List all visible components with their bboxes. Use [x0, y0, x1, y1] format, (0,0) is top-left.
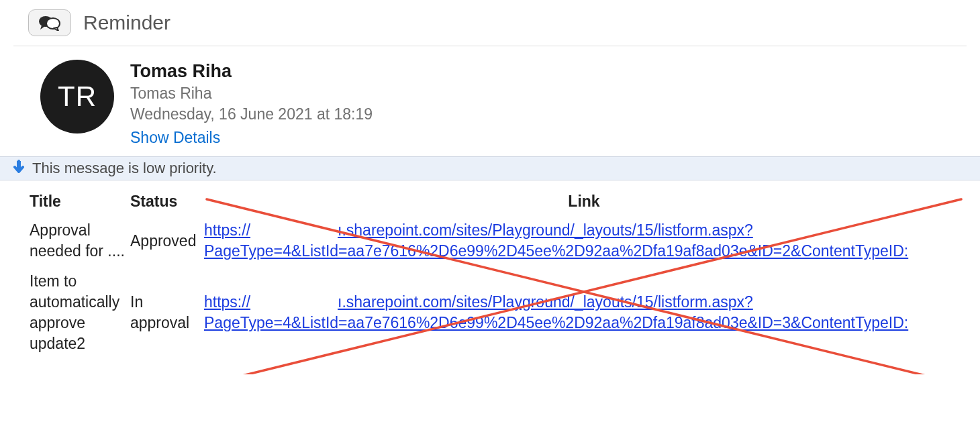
subject-title: Reminder [83, 11, 170, 34]
sender-name: Tomas Riha [130, 61, 373, 82]
cell-link: https://ı.sharepoint.com/sites/Playgroun… [201, 217, 967, 268]
low-priority-icon [13, 160, 24, 177]
cell-status: Approved [128, 217, 201, 268]
priority-bar: This message is low priority. [0, 156, 980, 180]
cell-link: https://ı.sharepoint.com/sites/Playgroun… [201, 268, 967, 361]
avatar: TR [40, 60, 114, 133]
sharepoint-link[interactable]: https://ı.sharepoint.com/sites/Playgroun… [204, 221, 908, 260]
col-header-status: Status [128, 189, 201, 217]
conversation-icon [28, 9, 71, 36]
sharepoint-link[interactable]: https://ı.sharepoint.com/sites/Playgroun… [204, 293, 908, 331]
sender-date: Wednesday, 16 June 2021 at 18:19 [130, 105, 373, 123]
subject-row: Reminder [13, 7, 967, 46]
cell-title: Approval needed for .... [27, 217, 128, 268]
priority-text: This message is low priority. [32, 160, 217, 177]
sender-block: TR Tomas Riha Tomas Riha Wednesday, 16 J… [13, 46, 967, 156]
table-row: Item to automatically approve update2 In… [27, 268, 967, 361]
cell-status: In approval [128, 268, 201, 361]
svg-point-1 [46, 18, 60, 29]
cell-title: Item to automatically approve update2 [27, 268, 128, 361]
col-header-title: Title [27, 189, 128, 217]
data-table: Title Status Link Approval needed for ..… [27, 189, 967, 361]
table-row: Approval needed for .... Approved https:… [27, 217, 967, 268]
sender-subline: Tomas Riha [130, 85, 373, 103]
show-details-link[interactable]: Show Details [130, 129, 373, 147]
col-header-link: Link [201, 189, 967, 217]
message-body: Title Status Link Approval needed for ..… [13, 189, 967, 361]
